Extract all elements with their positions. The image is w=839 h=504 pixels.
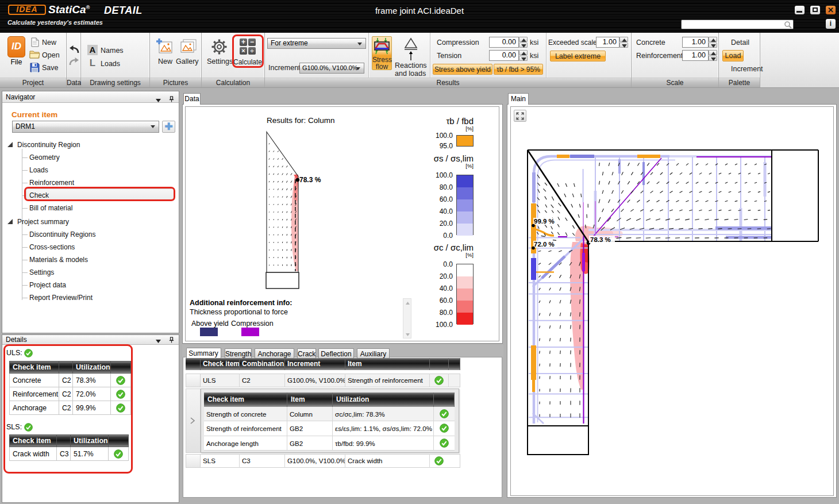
- svg-text:78.3 %: 78.3 %: [299, 176, 321, 184]
- svg-text:72.0 %: 72.0 %: [534, 241, 555, 248]
- svg-text:99.9 %: 99.9 %: [534, 218, 555, 225]
- svg-text:78.3 %: 78.3 %: [590, 236, 611, 243]
